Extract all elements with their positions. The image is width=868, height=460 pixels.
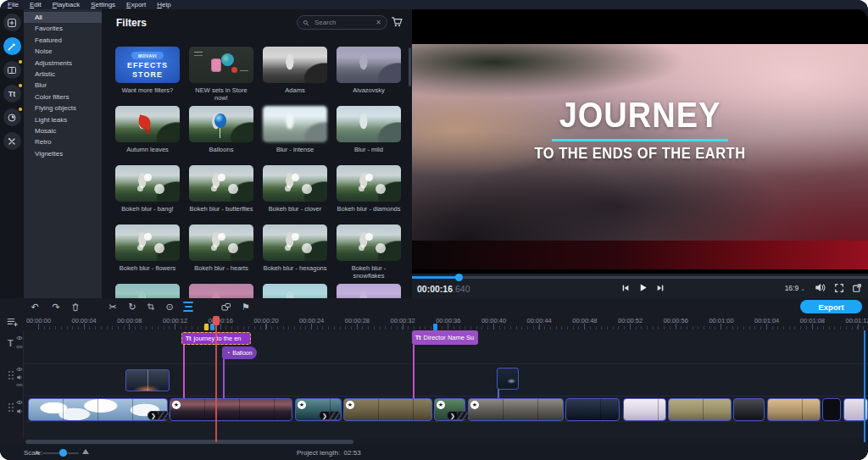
clip-speed-button[interactable]: ⊙ xyxy=(163,300,176,313)
transitions-icon[interactable] xyxy=(3,61,21,79)
video-clip[interactable] xyxy=(668,398,732,421)
clip-properties-button[interactable] xyxy=(181,300,195,313)
seek-handle[interactable] xyxy=(455,274,463,281)
filter-teal[interactable] xyxy=(115,284,180,298)
filter-thumbnail[interactable] xyxy=(337,47,401,83)
category-color-filters[interactable]: Color filters xyxy=(24,91,102,103)
timeline-scrollbar-thumb[interactable] xyxy=(25,440,353,444)
filter-blur-intense[interactable]: Blur - intense xyxy=(263,106,327,163)
track-visibility-icon[interactable] xyxy=(16,367,23,374)
video-clip[interactable]: ★ xyxy=(468,398,564,421)
category-retro[interactable]: Retro xyxy=(24,136,102,147)
menu-export[interactable]: Export xyxy=(126,1,146,9)
filter-adams[interactable]: Adams xyxy=(263,47,327,103)
category-featured[interactable]: Featured xyxy=(24,35,102,46)
video-clip[interactable]: ★ xyxy=(343,398,432,421)
video-clip[interactable] xyxy=(565,398,620,421)
filter-thumbnail[interactable] xyxy=(263,165,327,202)
filter-autumn-leaves[interactable]: Autumn leaves xyxy=(115,106,180,163)
stickers-icon[interactable] xyxy=(3,108,21,126)
search-clear-icon[interactable] xyxy=(376,19,381,26)
filter-thumbnail[interactable] xyxy=(115,106,180,142)
filter-thumbnail[interactable] xyxy=(115,284,180,298)
effects-store-thumbnail[interactable]: MOVAVIEFFECTSSTORE xyxy=(115,47,180,83)
filter-aivazovsky[interactable]: Aivazovsky xyxy=(337,47,401,103)
fullscreen-icon[interactable] xyxy=(835,284,843,292)
search-input[interactable] xyxy=(313,18,372,27)
filter-thumbnail[interactable] xyxy=(189,106,253,142)
store-cart-icon[interactable] xyxy=(391,16,404,29)
filter-thumbnail[interactable] xyxy=(115,224,180,261)
overlay-clip[interactable] xyxy=(125,369,170,391)
filter-thumbnail[interactable] xyxy=(189,284,253,298)
filter-thumbnail[interactable] xyxy=(263,47,327,83)
filter-thumbnail[interactable] xyxy=(337,106,401,142)
timeline-scrollbar[interactable] xyxy=(24,440,868,444)
filter-violet[interactable] xyxy=(337,284,401,298)
seek-bar[interactable] xyxy=(412,276,868,279)
timeline-marker[interactable] xyxy=(204,324,209,330)
filter-thumbnail[interactable] xyxy=(189,165,253,202)
title-clip-director[interactable]: Tt Director Name Su xyxy=(412,330,478,345)
menu-help[interactable]: Help xyxy=(157,1,170,9)
track-mute-icon[interactable] xyxy=(16,408,23,415)
new-sets-card[interactable]: NEW sets in Store now! xyxy=(189,47,253,103)
transition-clip[interactable]: ❯ xyxy=(319,411,341,420)
filter-thumbnail[interactable] xyxy=(263,106,327,142)
track-mute-icon[interactable] xyxy=(16,374,23,381)
filter-blur-mild[interactable]: Blur - mild xyxy=(337,106,401,163)
category-favorites[interactable]: Favorites xyxy=(24,23,102,34)
menu-settings[interactable]: Settings xyxy=(91,1,115,9)
menu-file[interactable]: File xyxy=(8,1,19,9)
play-button[interactable] xyxy=(638,283,648,292)
volume-icon[interactable] xyxy=(815,283,826,292)
filter-magenta[interactable] xyxy=(189,284,253,298)
track-link-icon[interactable] xyxy=(16,345,23,352)
filters-scrollbar[interactable] xyxy=(409,47,411,86)
overlay-wizard-button[interactable] xyxy=(220,300,233,313)
aspect-ratio-dropdown[interactable]: 16:9 xyxy=(785,284,805,292)
filter-thumbnail[interactable] xyxy=(115,165,180,202)
split-button[interactable]: ✂ xyxy=(106,300,120,313)
filter-bokeh-blur-hearts[interactable]: Bokeh blur - hearts xyxy=(189,224,253,281)
export-button[interactable]: Export xyxy=(800,300,862,313)
filter-cyan[interactable] xyxy=(263,284,327,298)
timeline-ruler[interactable]: 00:00:0000:00:0400:00:0800:00:1200:00:16… xyxy=(0,315,868,330)
previous-frame-button[interactable] xyxy=(621,284,630,292)
next-frame-button[interactable] xyxy=(656,284,665,292)
new-sets-thumbnail[interactable] xyxy=(189,47,253,83)
overlay-clip[interactable] xyxy=(497,368,519,390)
filter-bokeh-blur-diamonds[interactable]: Bokeh blur - diamonds xyxy=(337,165,401,222)
filter-bokeh-blur-snowflakes[interactable]: Bokeh blur - snowflakes xyxy=(337,224,401,281)
filter-thumbnail[interactable] xyxy=(337,284,401,298)
zoom-in-icon[interactable] xyxy=(82,449,89,454)
filter-thumbnail[interactable] xyxy=(337,224,401,261)
import-media-icon[interactable] xyxy=(3,14,21,31)
crop-button[interactable] xyxy=(144,300,158,313)
filter-bokeh-blur-bang-[interactable]: Bokeh blur - bang! xyxy=(115,165,180,222)
track-link-icon[interactable] xyxy=(16,383,23,390)
video-clip[interactable] xyxy=(28,398,168,421)
filter-bokeh-blur-butterflies[interactable]: Bokeh blur - butterflies xyxy=(189,165,253,222)
track-visibility-icon[interactable] xyxy=(16,335,23,342)
scale-slider-handle[interactable] xyxy=(59,449,67,457)
rotate-button[interactable]: ↻ xyxy=(125,300,139,313)
category-vignettes[interactable]: Vignettes xyxy=(24,148,102,159)
marker-flag-button[interactable]: ⚑ xyxy=(239,300,253,313)
filter-bokeh-blur-hexagons[interactable]: Bokeh blur - hexagons xyxy=(263,224,327,281)
video-clip[interactable] xyxy=(623,398,666,421)
playhead-handle[interactable] xyxy=(213,316,220,325)
redo-button[interactable]: ↷ xyxy=(49,300,63,313)
filter-bokeh-blur-clover[interactable]: Bokeh blur - clover xyxy=(263,165,327,222)
category-noise[interactable]: Noise xyxy=(24,46,102,57)
effects-store-card[interactable]: MOVAVIEFFECTSSTOREWant more filters? xyxy=(115,47,180,103)
zoom-out-icon[interactable] xyxy=(35,451,40,454)
track-visibility-icon[interactable] xyxy=(16,400,23,407)
filter-balloons[interactable]: Balloons xyxy=(189,106,253,163)
category-flying-objects[interactable]: Flying objects xyxy=(24,103,102,114)
search-box[interactable] xyxy=(297,15,387,30)
filter-thumbnail[interactable] xyxy=(263,224,327,261)
filter-thumbnail[interactable] xyxy=(337,165,401,202)
filter-thumbnail[interactable] xyxy=(263,284,327,298)
undo-button[interactable]: ↶ xyxy=(28,300,42,313)
